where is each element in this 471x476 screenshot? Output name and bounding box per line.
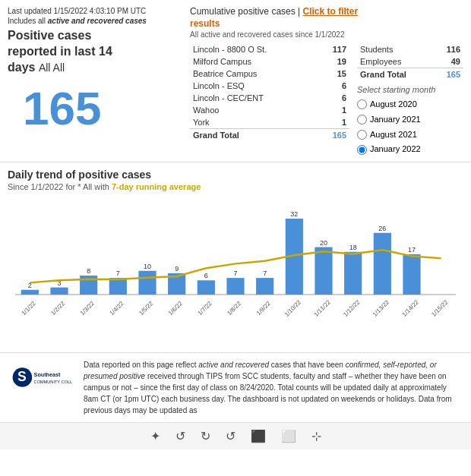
bar-label: 7 bbox=[263, 270, 267, 277]
table-row: Wahoo1 bbox=[190, 104, 349, 116]
top-section: Last updated 1/15/2022 4:03:10 PM UTC In… bbox=[0, 0, 471, 162]
bar bbox=[21, 290, 39, 295]
date-label: 1/14/22 bbox=[401, 298, 421, 318]
select-month-label: Select starting month bbox=[357, 85, 463, 94]
scc-logo: S Southeast COMMUNITY COLLEGE bbox=[11, 362, 72, 392]
bar-label: 17 bbox=[408, 246, 416, 254]
bar-label: 20 bbox=[320, 239, 327, 247]
trend-title: Daily trend of positive cases bbox=[8, 169, 463, 181]
date-label: 1/5/22 bbox=[138, 300, 154, 317]
logo-area: S Southeast COMMUNITY COLLEGE bbox=[8, 359, 76, 416]
last-updated: Last updated 1/15/2022 4:03:10 PM UTC bbox=[8, 6, 182, 17]
trend-subtitle: Since 1/1/2022 for * All with 7-day runn… bbox=[8, 182, 463, 191]
grand-total-row-right: Grand Total 165 bbox=[357, 68, 463, 81]
bar bbox=[138, 271, 156, 295]
window-icon[interactable]: ⬜ bbox=[281, 429, 296, 443]
date-label: 1/12/22 bbox=[342, 298, 362, 318]
tables-row: Lincoln - 8800 O St.117Milford Campus19B… bbox=[190, 43, 463, 157]
click-filter-link[interactable]: Click to filter bbox=[303, 6, 359, 17]
date-label: 1/3/22 bbox=[79, 300, 96, 317]
bar bbox=[256, 278, 273, 295]
bar-label: 6 bbox=[204, 272, 208, 279]
bar-label: 8 bbox=[87, 267, 90, 275]
date-label: 1/8/22 bbox=[226, 300, 242, 317]
bar bbox=[50, 288, 68, 295]
bar-label: 9 bbox=[175, 265, 179, 273]
bar-label: 32 bbox=[290, 210, 298, 218]
big-number: 165 bbox=[23, 81, 182, 135]
bar-label: 7 bbox=[233, 270, 237, 277]
bottom-toolbar: ✦ ↺ ↻ ↺ ⬛ ⬜ ⊹ bbox=[0, 422, 471, 449]
date-label: 1/13/22 bbox=[371, 298, 391, 318]
table-row: Lincoln - ESQ6 bbox=[190, 80, 349, 92]
bar-label: 7 bbox=[116, 270, 120, 277]
right-cumulative-table: Students116Employees49 Grand Total 165 S… bbox=[357, 43, 463, 157]
settings-icon[interactable]: ✦ bbox=[150, 429, 160, 443]
bar bbox=[374, 233, 391, 295]
redo-icon[interactable]: ↻ bbox=[201, 429, 210, 443]
svg-text:COMMUNITY COLLEGE: COMMUNITY COLLEGE bbox=[34, 380, 72, 384]
includes-text: Includes all active and recovered cases bbox=[8, 17, 182, 25]
date-label: 1/1/22 bbox=[21, 300, 37, 317]
table-row: Employees49 bbox=[357, 55, 463, 68]
bar bbox=[109, 278, 127, 295]
left-cumulative-table: Lincoln - 8800 O St.117Milford Campus19B… bbox=[190, 43, 349, 157]
grand-total-row-left: Grand Total 165 bbox=[190, 129, 349, 142]
positive-cases-title: Positive cases reported in last 14 days … bbox=[8, 28, 182, 75]
right-panel: Cumulative positive cases | Click to fil… bbox=[182, 6, 463, 157]
radio-option-jan2021[interactable]: January 2021 bbox=[357, 112, 463, 128]
date-label: 1/7/22 bbox=[197, 300, 213, 317]
date-label: 1/15/22 bbox=[430, 298, 450, 318]
radio-option-aug2021[interactable]: August 2021 bbox=[357, 128, 463, 143]
radio-option-aug2020[interactable]: August 2020 bbox=[357, 97, 463, 112]
trend-section: Daily trend of positive cases Since 1/1/… bbox=[0, 162, 471, 349]
table-row: Lincoln - 8800 O St.117 bbox=[190, 43, 349, 55]
undo-icon[interactable]: ↺ bbox=[175, 429, 185, 443]
radio-option-jan2022[interactable]: January 2022 bbox=[357, 142, 463, 157]
left-panel: Last updated 1/15/2022 4:03:10 PM UTC In… bbox=[8, 6, 182, 157]
share-icon[interactable]: ⊹ bbox=[311, 429, 321, 443]
bar-label: 18 bbox=[349, 244, 357, 251]
bar bbox=[403, 254, 420, 295]
date-label: 1/4/22 bbox=[109, 300, 125, 317]
date-label: 1/11/22 bbox=[313, 298, 333, 318]
reset-icon[interactable]: ↺ bbox=[226, 429, 236, 443]
bar bbox=[198, 280, 215, 295]
table-row: Beatrice Campus15 bbox=[190, 68, 349, 80]
filter-results-label: results bbox=[190, 18, 463, 29]
table-row: York1 bbox=[190, 116, 349, 129]
monitor-icon[interactable]: ⬛ bbox=[251, 429, 266, 443]
table-row: Lincoln - CEC/ENT6 bbox=[190, 92, 349, 104]
bar bbox=[315, 247, 332, 295]
svg-text:S: S bbox=[17, 369, 27, 384]
footer-section: S Southeast COMMUNITY COLLEGE Data repor… bbox=[0, 352, 471, 422]
cumulative-header: Cumulative positive cases | Click to fil… bbox=[190, 6, 463, 17]
bar bbox=[226, 278, 244, 295]
chart-container: 238710967732201826171/1/221/2/221/3/221/… bbox=[8, 196, 463, 348]
all-active-text: All active and recovered cases since 1/1… bbox=[190, 30, 463, 39]
date-label: 1/10/22 bbox=[283, 298, 303, 318]
bar-label: 10 bbox=[144, 263, 151, 270]
bar-label: 26 bbox=[378, 225, 386, 232]
date-label: 1/6/22 bbox=[167, 300, 184, 317]
bar bbox=[344, 252, 362, 295]
radio-group: August 2020January 2021August 2021Januar… bbox=[357, 97, 463, 157]
footer-text: Data reported on this page reflect activ… bbox=[84, 359, 463, 416]
table-row: Milford Campus19 bbox=[190, 55, 349, 68]
running-avg-label: 7-day running average bbox=[112, 182, 201, 191]
svg-text:Southeast: Southeast bbox=[34, 371, 61, 378]
table-row: Students116 bbox=[357, 43, 463, 55]
date-label: 1/2/22 bbox=[49, 300, 66, 317]
date-label: 1/9/22 bbox=[255, 300, 272, 317]
